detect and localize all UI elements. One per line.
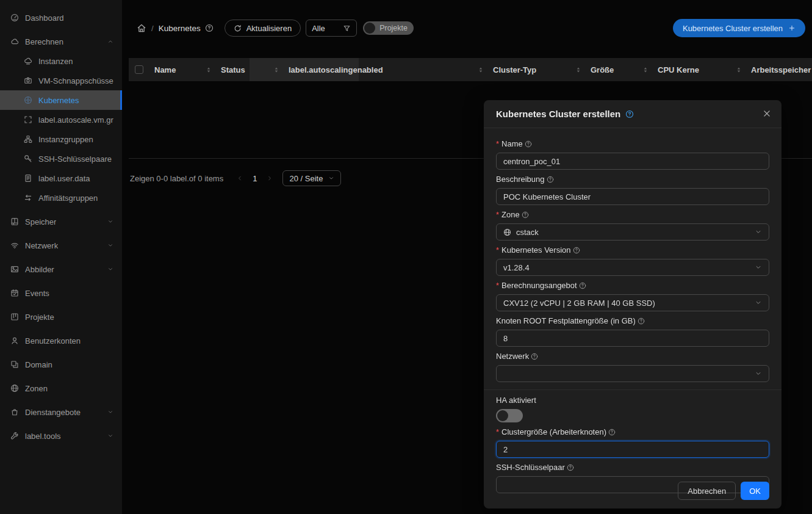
sidebar-item-tools[interactable]: label.tools [0, 426, 122, 446]
sidebar-item-dashboard[interactable]: Dashboard [0, 8, 122, 27]
column-header-Cluster-Typ[interactable]: Cluster-Typ [488, 58, 586, 81]
info-circle-icon[interactable] [579, 282, 586, 289]
info-circle-icon[interactable] [567, 464, 574, 471]
info-circle-icon[interactable] [522, 211, 529, 219]
sidebar-item-berechnen[interactable]: Berechnen [0, 32, 122, 51]
sidebar-item-zonen[interactable]: Zonen [0, 378, 122, 398]
sidebar-item-kubernetes[interactable]: Kubernetes [0, 90, 122, 110]
column-header-label.autoscalingenabled[interactable]: label.autoscalingenabled [284, 58, 488, 81]
sidebar-item-netzwerk[interactable]: Netzwerk [0, 236, 122, 255]
sidebar-item-events[interactable]: Events [0, 283, 122, 303]
sidebar-item-label: Netzwerk [25, 241, 58, 250]
plus-icon [788, 24, 796, 32]
sidebar-item-label: Domain [25, 360, 52, 369]
cancel-button[interactable]: Abbrechen [678, 482, 736, 500]
info-circle-icon[interactable] [525, 140, 532, 148]
column-header-Arbeitsspeicher[interactable]: Arbeitsspeicher [746, 58, 812, 81]
page-size-value: 20 / Seite [289, 174, 323, 183]
refresh-button[interactable]: Aktualisieren [225, 20, 301, 37]
ha-enabled-toggle[interactable] [496, 409, 523, 422]
column-title: Name [154, 65, 176, 74]
chevron-up-icon [107, 38, 113, 45]
description-label: Beschreibung [496, 175, 769, 184]
sort-carets-icon [571, 67, 581, 73]
kubernetes-version-select[interactable]: v1.28.4 [496, 259, 769, 276]
chevron-down-icon [328, 175, 334, 181]
refresh-label: Aktualisieren [246, 24, 292, 33]
select-all-checkbox[interactable] [135, 65, 143, 74]
pagination-next-button[interactable] [263, 170, 276, 186]
filter-select[interactable]: Alle [306, 20, 357, 37]
projects-toggle[interactable]: Projekte [363, 21, 414, 35]
chevron-down-icon [107, 266, 113, 272]
column-header-Größe[interactable]: Größe [586, 58, 653, 81]
pagination-prev-button[interactable] [233, 170, 246, 186]
chevron-down-icon [107, 242, 113, 248]
sidebar-item-label: label.user.data [38, 174, 90, 183]
question-circle-icon[interactable] [205, 24, 214, 32]
column-header-Status[interactable]: Status [216, 58, 284, 81]
tool-icon [10, 432, 19, 440]
required-mark: * [496, 427, 499, 436]
breadcrumb-current: Kubernetes [159, 24, 201, 33]
sidebar-item-ssh-schluesselpaare[interactable]: SSH-Schlüsselpaare [0, 149, 122, 168]
info-circle-icon[interactable] [547, 176, 554, 183]
sidebar-item-benutzerkonten[interactable]: Benutzerkonten [0, 331, 122, 350]
cluster-size-field[interactable] [496, 441, 769, 458]
toggle-knob [364, 23, 375, 34]
table-header-row: NameStatuslabel.autoscalingenabledCluste… [129, 58, 812, 81]
cloud-icon [10, 37, 19, 46]
shopping-icon [10, 408, 19, 416]
sidebar-item-label: Abbilder [25, 265, 54, 274]
sidebar-item-abbilder[interactable]: Abbilder [0, 259, 122, 279]
root-disk-size-field[interactable] [496, 330, 769, 347]
modal-header: Kubernetes Cluster erstellen [484, 100, 781, 128]
compute-offering-select[interactable]: CXV12 (2 vCPU | 2 GB RAM | 40 GB SSD) [496, 294, 769, 311]
field-label-text: Kubernetes Version [501, 245, 570, 255]
info-circle-icon[interactable] [531, 353, 538, 360]
info-circle-icon[interactable] [573, 247, 580, 254]
sidebar-item-domain[interactable]: Domain [0, 355, 122, 374]
question-circle-icon[interactable] [625, 110, 634, 118]
toggle-knob [497, 410, 508, 421]
sidebar-item-vm-schnappschuesse[interactable]: VM-Schnappschüsse [0, 71, 122, 90]
sidebar-item-instanzgruppen[interactable]: Instanzgruppen [0, 129, 122, 149]
close-icon[interactable] [762, 109, 772, 118]
cluster-size-label: *Clustergröße (Arbeiterknoten) [496, 427, 769, 436]
app-root: DashboardBerechnenInstanzenVM-Schnappsch… [0, 15, 812, 514]
sidebar-item-dienstangebote[interactable]: Dienstangebote [0, 402, 122, 422]
sidebar-item-affinitaetsgruppen[interactable]: Affinitätsgruppen [0, 188, 122, 208]
chevron-down-icon [755, 264, 762, 271]
select-all-header[interactable] [129, 58, 149, 81]
column-header-Name[interactable]: Name [149, 58, 216, 81]
description-field[interactable] [496, 188, 769, 205]
sidebar-item-speicher[interactable]: Speicher [0, 212, 122, 231]
sort-carets-icon [731, 67, 741, 73]
ok-button[interactable]: OK [741, 482, 769, 500]
column-title: CPU Kerne [658, 65, 699, 74]
sidebar-item-label: label.autoscale.vm.groups [38, 115, 113, 125]
field-label-text: Berechnungsangebot [501, 281, 577, 290]
network-select[interactable] [496, 365, 769, 382]
zone-select[interactable]: cstack [496, 223, 769, 241]
sidebar-item-projekte[interactable]: Projekte [0, 307, 122, 327]
sidebar-item-autoscale-vm-groups[interactable]: label.autoscale.vm.groups [0, 110, 122, 129]
column-header-CPU Kerne[interactable]: CPU Kerne [653, 58, 746, 81]
chevron-right-icon [267, 175, 273, 181]
page-size-select[interactable]: 20 / Seite [282, 170, 341, 186]
sidebar-item-label: Instanzgruppen [38, 135, 93, 144]
pagination-page-1[interactable]: 1 [246, 174, 263, 183]
info-circle-icon[interactable] [638, 317, 645, 325]
compute-offering-label: *Berechnungsangebot [496, 281, 769, 290]
cloud-server-icon [24, 57, 32, 65]
sidebar-item-user-data[interactable]: label.user.data [0, 168, 122, 188]
home-icon[interactable] [137, 23, 146, 33]
sidebar-item-instanzen[interactable]: Instanzen [0, 51, 122, 71]
compute-offering-value: CXV12 (2 vCPU | 2 GB RAM | 40 GB SSD) [503, 299, 655, 308]
chevron-left-icon [237, 175, 243, 181]
info-circle-icon[interactable] [608, 429, 616, 436]
sidebar-item-label: Berechnen [25, 37, 63, 46]
name-field[interactable] [496, 153, 769, 170]
column-title: Status [221, 65, 245, 74]
create-kubernetes-cluster-button[interactable]: Kubernetes Cluster erstellen [673, 19, 805, 37]
